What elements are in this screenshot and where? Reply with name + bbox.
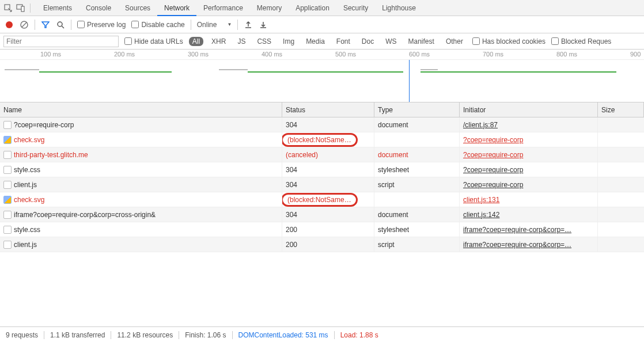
file-icon [3,136,12,144]
filter-type-other[interactable]: Other [442,37,467,46]
table-row[interactable]: style.css200stylesheetiframe?coep=requir… [0,222,644,237]
tab-sources[interactable]: Sources [118,0,157,16]
request-initiator[interactable]: client.js:142 [460,207,598,222]
table-row[interactable]: check.svg(blocked:NotSame…client.js:131 [0,192,644,207]
timeline-tick: 900 [630,51,641,58]
request-initiator[interactable]: iframe?coep=require-corp&corp=… [460,237,598,252]
download-har-icon[interactable] [259,20,268,29]
upload-har-icon[interactable] [244,20,253,29]
timeline-tick: 500 ms [335,51,356,58]
filter-icon[interactable] [41,20,50,29]
filter-type-all[interactable]: All [189,37,203,46]
filter-type-js[interactable]: JS [234,37,249,46]
filter-type-font[interactable]: Font [333,37,354,46]
tab-security[interactable]: Security [336,0,375,16]
request-size [598,162,644,177]
hide-data-urls-checkbox[interactable]: Hide data URLs [124,37,183,45]
request-size [598,207,644,222]
table-row[interactable]: style.css304stylesheet?coep=require-corp [0,162,644,177]
request-status: 304 [282,162,374,177]
request-status: 304 [282,117,374,132]
has-blocked-cookies-checkbox[interactable]: Has blocked cookies [472,37,545,45]
tab-elements[interactable]: Elements [36,0,79,16]
file-icon [3,241,12,249]
col-status[interactable]: Status [282,102,374,117]
status-dcl: DOMContentLoaded: 531 ms [238,331,328,339]
filter-bar: Hide data URLs AllXHRJSCSSImgMediaFontDo… [0,33,644,50]
request-status: (blocked:NotSame… [282,132,374,147]
request-initiator[interactable]: ?coep=require-corp [460,132,598,147]
filter-input[interactable] [3,36,119,47]
col-size[interactable]: Size [598,102,644,117]
tab-memory[interactable]: Memory [250,0,289,16]
disable-cache-checkbox[interactable]: Disable cache [131,21,184,29]
tab-lighthouse[interactable]: Lighthouse [375,0,423,16]
file-icon [3,166,12,174]
tab-performance[interactable]: Performance [196,0,250,16]
filter-type-media[interactable]: Media [302,37,328,46]
request-name: check.svg [14,136,44,144]
request-status: (blocked:NotSame… [282,192,374,207]
table-row[interactable]: third-party-test.glitch.me(canceled)docu… [0,147,644,162]
request-initiator[interactable]: iframe?coep=require-corp&corp=… [460,222,598,237]
table-row[interactable]: ?coep=require-corp304document/client.js:… [0,117,644,132]
tab-console[interactable]: Console [79,0,118,16]
request-initiator[interactable]: ?coep=require-corp [460,177,598,192]
tab-application[interactable]: Application [289,0,336,16]
search-icon[interactable] [56,20,65,29]
table-row[interactable]: check.svg(blocked:NotSame…?coep=require-… [0,132,644,147]
filter-type-doc[interactable]: Doc [358,37,377,46]
request-initiator[interactable]: ?coep=require-corp [460,147,598,162]
clear-button[interactable] [20,20,29,29]
request-type: script [374,177,460,192]
request-status: 200 [282,237,374,252]
request-name: client.js [14,241,37,249]
status-resources: 11.2 kB resources [117,331,173,339]
chevron-down-icon: ▼ [227,22,232,27]
table-row[interactable]: client.js200scriptiframe?coep=require-co… [0,237,644,252]
file-icon [3,151,12,159]
request-initiator[interactable]: client.js:131 [460,192,598,207]
timeline-tick: 400 ms [262,51,282,58]
col-type[interactable]: Type [374,102,460,117]
svg-line-6 [62,26,64,28]
table-row[interactable]: client.js304script?coep=require-corp [0,177,644,192]
request-size [598,132,644,147]
request-status: 304 [282,177,374,192]
status-bar: 9 requests 1.1 kB transferred 11.2 kB re… [0,327,644,343]
svg-line-4 [22,22,26,27]
request-type [374,192,460,207]
table-header: Name Status Type Initiator Size [0,102,644,117]
tab-network[interactable]: Network [157,0,196,16]
request-type: stylesheet [374,222,460,237]
request-initiator[interactable]: ?coep=require-corp [460,162,598,177]
table-row[interactable]: iframe?coep=require-corp&corp=cross-orig… [0,207,644,222]
preserve-log-checkbox[interactable]: Preserve log [77,21,126,29]
request-type: script [374,237,460,252]
request-name: third-party-test.glitch.me [14,151,88,159]
request-size [598,192,644,207]
request-status: 200 [282,222,374,237]
inspect-icon[interactable] [3,3,13,13]
file-icon [3,211,12,219]
status-finish: Finish: 1.06 s [185,331,226,339]
timeline-tick: 600 ms [409,51,430,58]
device-icon[interactable] [16,3,25,13]
status-requests: 9 requests [6,331,38,339]
timeline-overview[interactable]: 100 ms200 ms300 ms400 ms500 ms600 ms700 … [0,50,644,102]
col-name[interactable]: Name [0,102,282,117]
timeline-tick: 100 ms [40,51,61,58]
main-tabs: ElementsConsoleSourcesNetworkPerformance… [0,0,644,16]
col-initiator[interactable]: Initiator [460,102,598,117]
throttling-select[interactable]: Online▼ [197,21,232,29]
filter-type-xhr[interactable]: XHR [208,37,229,46]
timeline-tick: 300 ms [188,51,209,58]
blocked-requests-checkbox[interactable]: Blocked Reques [551,37,611,45]
record-button[interactable] [5,20,14,29]
filter-type-ws[interactable]: WS [382,37,400,46]
file-icon [3,196,12,204]
filter-type-css[interactable]: CSS [253,37,275,46]
request-initiator[interactable]: /client.js:87 [460,117,598,132]
filter-type-img[interactable]: Img [279,37,298,46]
filter-type-manifest[interactable]: Manifest [405,37,438,46]
